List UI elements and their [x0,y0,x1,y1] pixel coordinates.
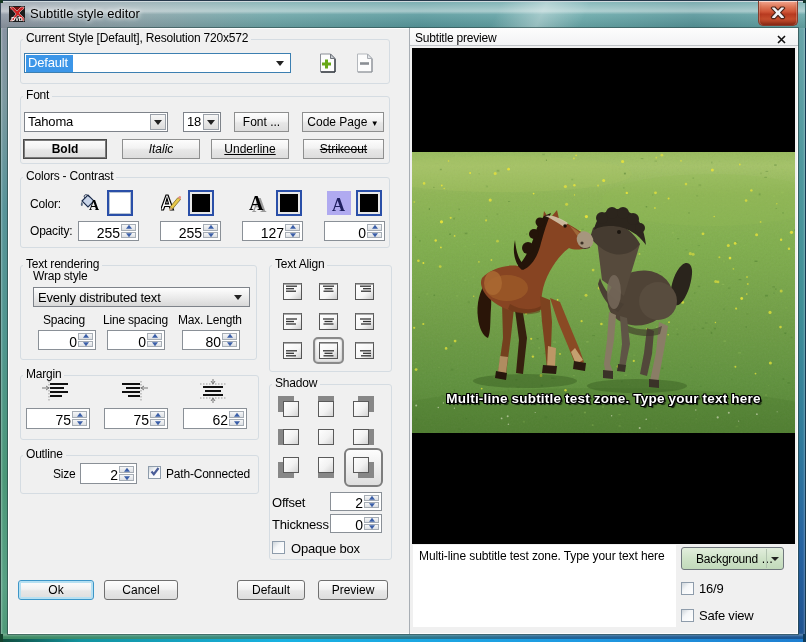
svg-text:A: A [249,192,264,214]
svg-text:A: A [89,198,100,212]
svg-text:DVD: DVD [11,16,22,22]
svg-text:A: A [332,195,345,215]
